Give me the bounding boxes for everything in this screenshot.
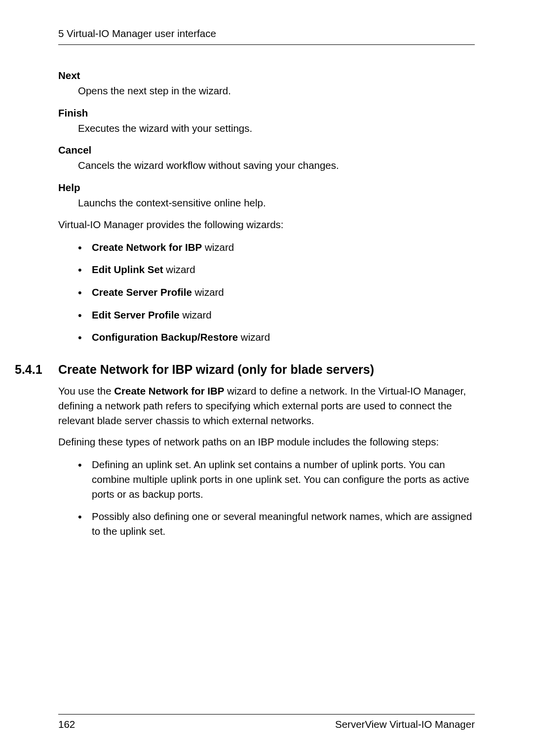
list-item-rest: wizard [163,264,195,275]
def-desc-help: Launchs the context-sensitive online hel… [78,196,475,210]
list-item: Edit Server Profile wizard [78,308,475,322]
list-item-bold: Edit Server Profile [92,309,180,320]
page-footer: 162 ServerView Virtual-IO Manager [58,714,475,730]
list-item: Possibly also defining one or several me… [78,509,475,538]
p1-prefix: You use the [58,385,114,397]
doc-title: ServerView Virtual-IO Manager [335,718,475,730]
list-item-bold: Configuration Backup/Restore [92,331,238,343]
steps-list: Defining an uplink set. An uplink set co… [58,457,475,539]
list-item-rest: wizard [238,331,270,343]
def-term-next: Next [58,70,475,81]
wizard-intro: Virtual-IO Manager provides the followin… [58,217,475,232]
definition-list: Next Opens the next step in the wizard. … [58,70,475,210]
def-term-finish: Finish [58,107,475,119]
list-item: Configuration Backup/Restore wizard [78,330,475,345]
page-container: 5 Virtual-IO Manager user interface Next… [0,0,533,756]
page-header: 5 Virtual-IO Manager user interface [58,28,475,40]
list-item: Defining an uplink set. An uplink set co… [78,457,475,501]
section-title: Create Network for IBP wizard (only for … [58,362,374,377]
list-item-rest: wizard [180,309,212,320]
list-item-bold: Edit Uplink Set [92,264,163,275]
list-item-bold: Create Server Profile [92,286,192,298]
p1-bold: Create Network for IBP [114,385,224,397]
section-number: 5.4.1 [15,362,58,377]
list-item-rest: wizard [192,286,224,298]
def-term-help: Help [58,182,475,194]
list-item-rest: wizard [202,241,234,253]
list-item: Edit Uplink Set wizard [78,262,475,277]
body-paragraph-1: You use the Create Network for IBP wizar… [58,384,475,428]
list-item: Create Server Profile wizard [78,285,475,300]
page-number: 162 [58,718,75,730]
footer-divider [58,714,475,715]
footer-line: 162 ServerView Virtual-IO Manager [58,718,475,730]
list-item: Create Network for IBP wizard [78,240,475,255]
list-item-bold: Create Network for IBP [92,241,202,253]
section-heading: 5.4.1 Create Network for IBP wizard (onl… [58,362,475,377]
def-desc-next: Opens the next step in the wizard. [78,83,475,98]
header-divider [58,44,475,45]
body-paragraph-2: Defining these types of network paths on… [58,435,475,449]
wizard-list: Create Network for IBP wizard Edit Uplin… [58,240,475,345]
def-term-cancel: Cancel [58,144,475,156]
def-desc-finish: Executes the wizard with your settings. [78,121,475,136]
def-desc-cancel: Cancels the wizard workflow without savi… [78,158,475,173]
